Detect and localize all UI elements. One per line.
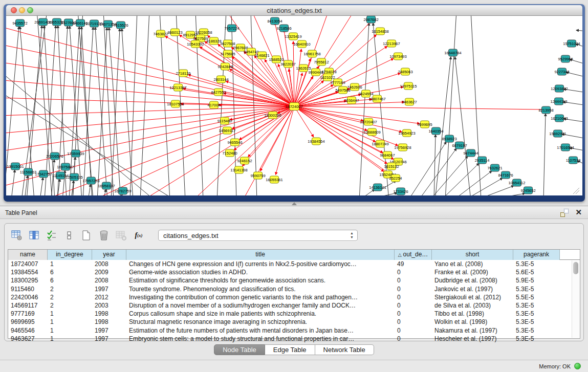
graph-node[interactable]: 2036447 xyxy=(344,97,359,104)
table-cell[interactable]: 5.9E-5 xyxy=(513,276,560,285)
table-row[interactable]: 911546021997Tourette syndrome. Phenomeno… xyxy=(8,285,580,293)
table-cell[interactable]: 2003 xyxy=(92,301,126,310)
graph-node[interactable]: 10654112 xyxy=(509,179,526,186)
graph-node[interactable]: 16975887 xyxy=(57,163,74,170)
graph-node[interactable]: 16210643 xyxy=(551,115,568,122)
graph-node[interactable]: 8938923 xyxy=(442,135,456,142)
graph-node[interactable]: 9435572 xyxy=(12,19,27,27)
table-cell[interactable]: 0 xyxy=(395,301,432,310)
table-cell[interactable]: Nakamura et al. (1997) xyxy=(432,326,513,335)
graph-node[interactable]: 1733426 xyxy=(393,188,408,195)
graph-node[interactable]: 7485063 xyxy=(398,68,412,75)
graph-node[interactable]: 13915061 xyxy=(7,163,24,170)
table-cell[interactable]: Wolkin et al. (1998) xyxy=(432,318,513,326)
network-graph[interactable]: 9435572206914061065328715276026466140107… xyxy=(6,16,582,195)
graph-node[interactable]: 16640910 xyxy=(293,40,310,48)
table-cell[interactable]: 0 xyxy=(395,285,432,293)
table-cell[interactable]: 1 xyxy=(48,260,92,268)
table-cell[interactable]: Investigating the contribution of common… xyxy=(126,293,395,301)
table-cell[interactable]: 2008 xyxy=(92,276,126,285)
table-cell[interactable]: Tibbo et al. (1998) xyxy=(432,310,513,318)
graph-node[interactable]: 12093872 xyxy=(551,85,568,92)
table-row[interactable]: 946554611997Estimation of the future num… xyxy=(8,326,580,335)
graph-node[interactable]: 14569117 xyxy=(219,127,236,134)
column-header-in_degree[interactable]: in_degree xyxy=(48,250,92,260)
table-cell[interactable]: 0 xyxy=(395,268,432,276)
table-cell[interactable]: Estimation of the future numbers of pati… xyxy=(126,326,395,335)
table-cell[interactable]: 19384554 xyxy=(8,268,48,276)
table-cell[interactable]: 2012 xyxy=(92,293,126,301)
table-cell[interactable]: 9115460 xyxy=(8,285,48,293)
table-cell[interactable]: Structural magnetic resonance image aver… xyxy=(126,318,395,326)
new-column-icon[interactable] xyxy=(80,229,93,242)
table-cell[interactable]: 0 xyxy=(395,293,432,301)
table-cell[interactable]: 5.3E-5 xyxy=(513,310,560,318)
network-canvas[interactable]: 9435572206914061065328715276026466140107… xyxy=(6,16,582,195)
tab-network-table[interactable]: Network Table xyxy=(315,344,374,355)
table-cell[interactable]: 1 xyxy=(48,318,92,326)
table-row[interactable]: 1456911722003Disruption of a novel membe… xyxy=(8,301,580,310)
column-header-year[interactable]: year xyxy=(92,250,126,260)
graph-node[interactable]: 2803144 xyxy=(213,76,228,83)
table-cell[interactable]: Hescheler et al. (1997) xyxy=(432,335,513,343)
graph-node[interactable]: 19756928 xyxy=(394,144,411,151)
graph-node[interactable]: 2087682 xyxy=(363,16,378,23)
graph-node[interactable]: 18807249 xyxy=(372,140,388,147)
graph-node[interactable]: 1107533 xyxy=(566,157,581,164)
table-cell[interactable]: 49 xyxy=(395,260,432,268)
graph-node[interactable]: 8186328 xyxy=(206,37,221,45)
graph-node[interactable]: 9245652 xyxy=(520,187,535,194)
table-cell[interactable]: 5.3E-5 xyxy=(513,318,560,326)
table-cell[interactable]: 5.3E-5 xyxy=(513,301,560,310)
table-cell[interactable]: 1997 xyxy=(92,326,126,335)
table-cell[interactable]: 2 xyxy=(48,285,92,293)
table-cell[interactable]: Changes of HCN gene expression and I(f) … xyxy=(126,260,395,268)
table-cell[interactable]: 9465546 xyxy=(8,326,48,335)
graph-node[interactable]: 16958107 xyxy=(98,182,115,189)
table-cell[interactable]: Dudbridge et al. (2008) xyxy=(432,276,513,285)
table-cell[interactable]: 0 xyxy=(395,276,432,285)
table-row[interactable]: 1872400712008Changes of HCN gene express… xyxy=(8,260,580,268)
table-cell[interactable]: 2 xyxy=(48,301,92,310)
graph-node[interactable]: 19384554 xyxy=(308,138,324,145)
tab-node-table[interactable]: Node Table xyxy=(214,344,265,355)
float-panel-icon[interactable] xyxy=(560,209,569,217)
graph-node[interactable]: 9465546 xyxy=(227,139,242,146)
column-header-name[interactable]: name xyxy=(8,250,48,260)
graph-node[interactable]: 417004 xyxy=(207,101,220,108)
graph-node[interactable]: 9146821 xyxy=(254,52,269,59)
table-cell[interactable]: Genome-wide association studies in ADHD. xyxy=(126,268,395,276)
table-cell[interactable]: 1997 xyxy=(92,335,126,343)
graph-node[interactable]: 16782759 xyxy=(114,187,131,194)
table-cell[interactable]: 1 xyxy=(48,326,92,335)
table-cell[interactable]: 1 xyxy=(48,335,92,343)
table-cell[interactable]: Jankovic et al. (1997) xyxy=(432,285,513,293)
table-cell[interactable]: Corpus callosum shape and size in male p… xyxy=(126,310,395,318)
table-scrollbar-thumb[interactable] xyxy=(573,262,578,274)
table-row[interactable]: 1830029562008Estimation of significance … xyxy=(8,276,580,285)
table-cell[interactable]: 0 xyxy=(395,310,432,318)
table-cell[interactable]: 5.3E-5 xyxy=(513,260,560,268)
graph-node[interactable]: 9242848 xyxy=(217,63,232,70)
graph-node[interactable]: 15692971 xyxy=(549,130,566,137)
table-row[interactable]: 2242004622012Investigating the contribut… xyxy=(8,293,580,301)
graph-node[interactable]: 12213967 xyxy=(383,40,400,47)
table-cell[interactable]: 9463627 xyxy=(8,335,48,343)
graph-node[interactable]: 9684067 xyxy=(380,151,395,159)
graph-node[interactable]: 7463822 xyxy=(153,30,168,37)
table-cell[interactable]: 1997 xyxy=(92,285,126,293)
graph-node[interactable]: 2718126 xyxy=(176,70,190,77)
table-cell[interactable]: 2008 xyxy=(92,260,126,268)
graph-node[interactable]: 14136141 xyxy=(369,184,386,191)
selection-mode-icon[interactable] xyxy=(46,229,58,242)
graph-node[interactable]: 17957253 xyxy=(82,177,99,184)
table-cell[interactable]: 18300295 xyxy=(8,276,48,285)
table-cell[interactable]: 5.6E-5 xyxy=(513,268,560,276)
graph-node[interactable]: 15751074 xyxy=(563,40,580,47)
graph-node[interactable]: 12975115 xyxy=(400,82,417,90)
table-cell[interactable]: 22420046 xyxy=(8,293,48,301)
table-selector-dropdown[interactable]: citations_edges.txt ▲▼ xyxy=(158,230,358,241)
clear-table-icon[interactable] xyxy=(115,229,127,242)
graph-node[interactable]: 10973493 xyxy=(389,53,406,60)
memory-status-indicator[interactable] xyxy=(574,363,581,369)
